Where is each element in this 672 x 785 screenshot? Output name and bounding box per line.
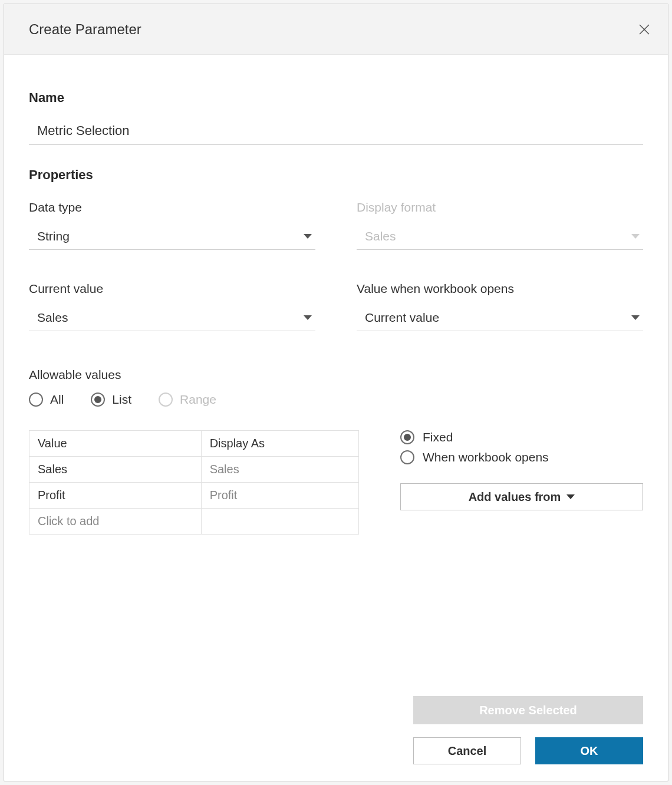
display-format-select: Sales	[357, 224, 643, 250]
dialog-title: Create Parameter	[29, 21, 141, 38]
radio-when-open[interactable]: When workbook opens	[400, 450, 643, 464]
radio-fixed[interactable]: Fixed	[400, 430, 643, 444]
radio-icon	[91, 392, 105, 407]
radio-range: Range	[159, 392, 216, 407]
radio-when-open-label: When workbook opens	[423, 450, 549, 464]
display-format-label: Display format	[357, 200, 643, 215]
value-on-open-value: Current value	[365, 311, 439, 325]
radio-icon	[400, 430, 414, 444]
name-label: Name	[29, 90, 643, 105]
add-values-label: Add values from	[469, 490, 561, 504]
current-value-label: Current value	[29, 282, 315, 296]
cell-display[interactable]: Sales	[201, 457, 358, 483]
radio-all-label: All	[50, 392, 64, 407]
ok-button[interactable]: OK	[535, 737, 643, 764]
chevron-down-icon	[631, 315, 640, 320]
radio-all[interactable]: All	[29, 392, 64, 407]
name-input[interactable]	[29, 117, 643, 145]
dialog-footer: Remove Selected Cancel OK	[29, 696, 643, 764]
radio-range-label: Range	[180, 392, 216, 407]
allowable-values-label: Allowable values	[29, 368, 643, 382]
chevron-down-icon	[304, 315, 312, 320]
radio-icon	[159, 392, 173, 407]
col-display-as: Display As	[201, 431, 358, 457]
radio-icon	[400, 450, 414, 464]
add-row-empty[interactable]	[201, 509, 358, 535]
add-row-cell[interactable]: Click to add	[29, 509, 202, 535]
current-value-value: Sales	[37, 311, 68, 325]
close-icon[interactable]	[637, 22, 651, 37]
cancel-label: Cancel	[448, 744, 487, 758]
dialog-content: Name Properties Data type String Display…	[4, 55, 668, 781]
value-on-open-select[interactable]: Current value	[357, 305, 643, 331]
remove-selected-button: Remove Selected	[413, 696, 643, 724]
cancel-button[interactable]: Cancel	[413, 737, 521, 764]
data-type-value: String	[37, 229, 70, 243]
cell-display[interactable]: Profit	[201, 483, 358, 509]
create-parameter-dialog: Create Parameter Name Properties Data ty…	[4, 4, 668, 781]
radio-list-label: List	[112, 392, 131, 407]
radio-icon	[29, 392, 43, 407]
radio-list[interactable]: List	[91, 392, 131, 407]
ok-label: OK	[581, 744, 598, 758]
display-format-value: Sales	[365, 229, 396, 243]
table-row[interactable]: Profit Profit	[29, 483, 359, 509]
properties-label: Properties	[29, 167, 643, 183]
table-row-add[interactable]: Click to add	[29, 509, 359, 535]
cell-value[interactable]: Sales	[29, 457, 202, 483]
table-row[interactable]: Sales Sales	[29, 457, 359, 483]
col-value: Value	[29, 431, 202, 457]
data-type-label: Data type	[29, 200, 315, 215]
current-value-select[interactable]: Sales	[29, 305, 315, 331]
cell-value[interactable]: Profit	[29, 483, 202, 509]
add-values-from-button[interactable]: Add values from	[400, 483, 643, 510]
remove-selected-label: Remove Selected	[479, 704, 577, 717]
value-on-open-label: Value when workbook opens	[357, 282, 643, 296]
titlebar: Create Parameter	[4, 4, 668, 55]
radio-fixed-label: Fixed	[423, 430, 453, 444]
chevron-down-icon	[566, 494, 575, 499]
chevron-down-icon	[304, 234, 312, 239]
data-type-select[interactable]: String	[29, 224, 315, 250]
chevron-down-icon	[631, 234, 640, 239]
allowable-values-radios: All List Range	[29, 392, 643, 407]
values-table: Value Display As Sales Sales Profit Prof…	[29, 430, 359, 535]
